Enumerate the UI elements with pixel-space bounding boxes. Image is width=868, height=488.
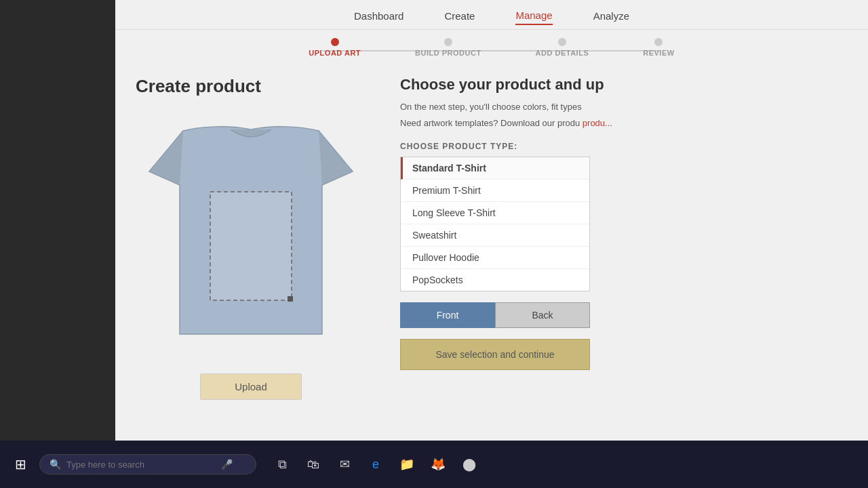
nav-create[interactable]: Create (444, 7, 475, 24)
svg-rect-0 (210, 192, 292, 300)
step-dot-add-details (558, 38, 566, 46)
product-item-longsleeve-tshirt[interactable]: Long Sleeve T-Shirt (401, 202, 589, 224)
main-wrapper: Dashboard Create Manage Analyze UPLOAD A… (115, 0, 868, 441)
step-add-details: ADD DETAILS (536, 38, 589, 57)
taskbar-multitask-icon[interactable]: ⧉ (269, 451, 296, 478)
right-panel: Choose your product and up On the next s… (387, 76, 848, 400)
step-label-add-details: ADD DETAILS (536, 49, 589, 57)
left-sidebar (0, 0, 115, 441)
taskbar-firefox-icon[interactable]: 🦊 (425, 451, 452, 478)
nav-manage[interactable]: Manage (515, 7, 552, 25)
front-back-buttons: Front Back (400, 302, 590, 328)
taskbar-search-input[interactable] (66, 460, 216, 470)
save-continue-button[interactable]: Save selection and continue (400, 339, 590, 370)
product-templates-link[interactable]: produ... (583, 118, 612, 128)
taskbar-search-box[interactable]: 🔍 🎤 (39, 454, 256, 474)
product-type-label: CHOOSE PRODUCT TYPE: (400, 142, 848, 151)
nav-dashboard[interactable]: Dashboard (354, 7, 403, 24)
upload-button[interactable]: Upload (200, 373, 302, 400)
product-list: Standard T-Shirt Premium T-Shirt Long Sl… (400, 157, 590, 291)
taskbar: ⊞ 🔍 🎤 ⧉ 🛍 ✉ e 📁 🦊 ⬤ (0, 441, 868, 488)
windows-start-button[interactable]: ⊞ (7, 451, 34, 478)
step-label-review: REVIEW (643, 49, 674, 57)
progress-bar: UPLOAD ART BUILD PRODUCT ADD DETAILS REV… (115, 30, 868, 62)
taskbar-mail-icon[interactable]: ✉ (331, 451, 358, 478)
right-subtitle-1: On the next step, you'll choose colors, … (400, 100, 848, 114)
top-nav: Dashboard Create Manage Analyze (115, 0, 868, 30)
step-review: REVIEW (643, 38, 674, 57)
left-section: Create product (136, 76, 366, 400)
upload-btn-container: Upload (136, 373, 366, 400)
taskbar-chrome-icon[interactable]: ⬤ (456, 451, 483, 478)
product-item-sweatshirt[interactable]: Sweatshirt (401, 224, 589, 247)
step-dot-upload-art (331, 38, 339, 46)
taskbar-ie-icon[interactable]: e (362, 451, 389, 478)
step-build-product: BUILD PRODUCT (415, 38, 481, 57)
page-title: Create product (136, 76, 366, 97)
tshirt-svg (142, 117, 359, 361)
subtitle-text: Need artwork templates? Download our pro… (400, 118, 580, 128)
svg-rect-1 (288, 296, 293, 302)
taskbar-explorer-icon[interactable]: 📁 (393, 451, 420, 478)
microphone-icon: 🎤 (221, 459, 233, 470)
step-dot-build-product (444, 38, 452, 46)
search-icon: 🔍 (50, 459, 61, 470)
page-content: Create product (115, 62, 868, 413)
back-button[interactable]: Back (495, 302, 590, 328)
step-label-build-product: BUILD PRODUCT (415, 49, 481, 57)
right-subtitle-2: Need artwork templates? Download our pro… (400, 117, 848, 130)
product-item-premium-tshirt[interactable]: Premium T-Shirt (401, 180, 589, 202)
tshirt-container (136, 110, 366, 368)
product-item-pullover-hoodie[interactable]: Pullover Hoodie (401, 247, 589, 269)
step-dot-review (654, 38, 663, 46)
step-upload-art: UPLOAD ART (309, 38, 361, 57)
progress-steps: UPLOAD ART BUILD PRODUCT ADD DETAILS REV… (309, 38, 674, 57)
step-label-upload-art: UPLOAD ART (309, 49, 361, 57)
taskbar-store-icon[interactable]: 🛍 (300, 451, 327, 478)
front-button[interactable]: Front (400, 302, 495, 328)
taskbar-icons: ⧉ 🛍 ✉ e 📁 🦊 ⬤ (269, 451, 483, 478)
right-title: Choose your product and up (400, 76, 848, 94)
product-item-standard-tshirt[interactable]: Standard T-Shirt (401, 157, 589, 180)
nav-analyze[interactable]: Analyze (593, 7, 629, 24)
product-item-popsockets[interactable]: PopSockets (401, 269, 589, 291)
